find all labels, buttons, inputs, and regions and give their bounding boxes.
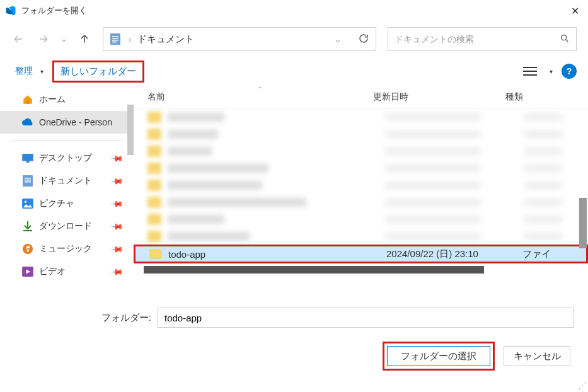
sidebar-label: ダウンロード — [39, 221, 92, 232]
breadcrumb-separator: › — [129, 35, 131, 44]
search-icon[interactable] — [560, 33, 570, 45]
sidebar-label: ホーム — [39, 94, 66, 105]
svg-point-5 — [562, 35, 567, 40]
sidebar-item-home[interactable]: ホーム — [0, 88, 134, 111]
pictures-icon — [21, 197, 34, 210]
search-input[interactable] — [395, 34, 560, 44]
svg-rect-4 — [112, 42, 117, 43]
horizontal-scrollbar[interactable] — [144, 266, 484, 274]
resize-grip-icon[interactable]: ⋰ — [578, 381, 587, 391]
file-row-blurred[interactable] — [134, 228, 588, 245]
file-modified: 2024/09/22 (日) 23:10 — [386, 248, 478, 260]
footer: フォルダー: フォルダーの選択 キャンセル — [0, 296, 588, 377]
cancel-button[interactable]: キャンセル — [504, 346, 570, 366]
column-type[interactable]: 種類 — [505, 91, 588, 103]
window-title: フォルダーを開く — [21, 5, 87, 16]
organize-caret-icon[interactable]: ▾ — [40, 68, 43, 75]
titlebar: フォルダーを開く ✕ — [0, 0, 588, 21]
sidebar-item-onedrive[interactable]: OneDrive - Person — [0, 111, 134, 134]
music-icon — [21, 243, 34, 255]
organize-button[interactable]: 整理 — [11, 63, 37, 79]
new-folder-button[interactable]: 新しいフォルダー — [52, 61, 144, 83]
sidebar-label: デスクトップ — [39, 153, 92, 164]
view-caret-icon[interactable]: ▾ — [550, 68, 553, 75]
downloads-icon — [21, 220, 34, 233]
file-row-blurred[interactable] — [134, 176, 588, 193]
sidebar-item-music[interactable]: ミュージック 📌 — [0, 238, 134, 260]
vscode-icon — [5, 5, 16, 16]
sidebar-label: ピクチャ — [39, 198, 74, 209]
file-list-header: 名前 更新日時 種類 — [134, 86, 588, 108]
svg-rect-14 — [25, 180, 31, 181]
vertical-scrollbar[interactable] — [579, 198, 587, 248]
chevron-down-icon[interactable]: ⌵ — [335, 35, 340, 44]
svg-rect-15 — [25, 182, 31, 183]
search-box[interactable] — [388, 27, 577, 51]
sidebar-scrollbar[interactable] — [127, 105, 134, 155]
svg-rect-8 — [523, 74, 537, 76]
svg-rect-1 — [112, 36, 118, 37]
desktop-icon — [21, 152, 34, 164]
address-bar[interactable]: › ドキュメント ⌵ — [103, 27, 376, 51]
svg-rect-10 — [22, 154, 33, 161]
pin-icon: 📌 — [110, 151, 124, 165]
file-row-blurred[interactable] — [134, 142, 588, 159]
refresh-icon[interactable] — [358, 33, 369, 46]
onedrive-icon — [21, 116, 34, 129]
sidebar-label: ミュージック — [39, 243, 92, 255]
pin-icon: 📌 — [110, 197, 124, 210]
document-icon — [21, 175, 34, 187]
file-row-blurred[interactable] — [134, 125, 588, 142]
folder-input[interactable] — [158, 308, 574, 328]
select-folder-button[interactable]: フォルダーの選択 — [387, 346, 490, 366]
button-row: フォルダーの選択 キャンセル — [14, 342, 574, 371]
pin-icon: 📌 — [110, 174, 124, 188]
forward-button[interactable] — [37, 32, 50, 46]
file-row-blurred[interactable] — [134, 193, 588, 210]
file-name: todo-app — [168, 249, 205, 260]
svg-rect-9 — [26, 101, 30, 104]
document-icon — [110, 33, 122, 45]
column-name[interactable]: 名前 — [134, 91, 373, 103]
folder-icon — [149, 249, 162, 259]
sidebar-label: ビデオ — [39, 266, 66, 277]
column-modified[interactable]: 更新日時 — [373, 91, 505, 103]
videos-icon — [21, 265, 34, 278]
navigation-bar: ⌵ › ドキュメント ⌵ — [0, 21, 588, 57]
help-icon[interactable]: ? — [562, 64, 577, 79]
sidebar-label: ドキュメント — [39, 175, 92, 187]
toolbar: 整理 ▾ 新しいフォルダー ▾ ? — [0, 57, 588, 86]
pin-icon: 📌 — [110, 265, 124, 279]
home-icon — [21, 93, 34, 106]
svg-rect-12 — [23, 175, 33, 187]
back-button[interactable] — [11, 32, 25, 46]
view-options-icon[interactable] — [521, 64, 539, 78]
sidebar-separator — [11, 140, 122, 141]
sidebar: ホーム OneDrive - Person デスクトップ 📌 ドキュメント 📌 … — [0, 86, 134, 296]
file-row-blurred[interactable] — [134, 210, 588, 228]
svg-rect-11 — [26, 161, 29, 163]
sidebar-item-desktop[interactable]: デスクトップ 📌 — [0, 147, 134, 170]
svg-point-18 — [23, 244, 33, 254]
sidebar-label: OneDrive - Person — [39, 117, 112, 127]
file-row-blurred[interactable] — [134, 108, 588, 125]
svg-rect-3 — [112, 40, 118, 41]
breadcrumb-current[interactable]: ドキュメント — [137, 33, 194, 45]
pin-icon: 📌 — [110, 219, 124, 233]
sidebar-item-videos[interactable]: ビデオ 📌 — [0, 260, 134, 283]
file-row-selected[interactable]: todo-app 2024/09/22 (日) 23:10 ファイ — [134, 245, 588, 263]
column-resize-icon[interactable]: ⌃ — [257, 86, 262, 93]
svg-rect-2 — [112, 38, 118, 39]
file-row-blurred[interactable] — [134, 159, 588, 176]
up-button[interactable] — [78, 32, 91, 46]
sidebar-item-documents[interactable]: ドキュメント 📌 — [0, 170, 134, 192]
history-dropdown-icon[interactable]: ⌵ — [62, 35, 66, 43]
file-list-body: todo-app 2024/09/22 (日) 23:10 ファイ — [134, 108, 588, 272]
folder-input-row: フォルダー: — [14, 308, 574, 328]
svg-rect-6 — [523, 67, 537, 68]
close-icon[interactable]: ✕ — [571, 5, 579, 17]
sidebar-item-downloads[interactable]: ダウンロード 📌 — [0, 215, 134, 238]
svg-rect-7 — [523, 71, 537, 72]
svg-rect-0 — [110, 33, 120, 45]
sidebar-item-pictures[interactable]: ピクチャ 📌 — [0, 192, 134, 215]
